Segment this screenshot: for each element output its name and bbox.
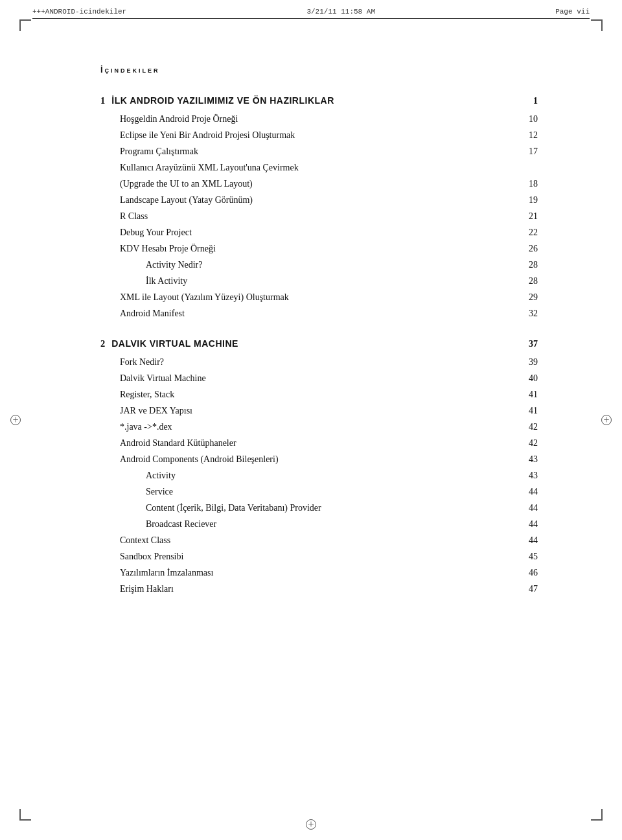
toc-page: 42 (518, 436, 538, 450)
toc-label: KDV Hesabı Proje Örneği (120, 242, 518, 255)
toc-label: Register, Stack (120, 388, 518, 401)
toc-entry: Android Standard Kütüphaneler 42 (100, 436, 538, 450)
toc-content: İçindekiler 1 İLK ANDROID YAZILIMIMIZ VE… (100, 65, 538, 600)
toc-page: 32 (518, 307, 538, 320)
toc-page: 18 (518, 177, 538, 191)
toc-label: Erişim Hakları (120, 582, 518, 596)
toc-entry: Dalvik Virtual Machine 40 (100, 371, 538, 385)
toc-page: 29 (518, 290, 538, 304)
toc-page: 44 (518, 501, 538, 515)
toc-entry: Kullanıcı Arayüzünü XML Layout'una Çevir… (100, 161, 538, 174)
chapter-2: 2 DALVIK VIRTUAL MACHINE 37 Fork Nedir? … (100, 337, 538, 596)
toc-page: 46 (518, 566, 538, 579)
toc-entry: Fork Nedir? 39 (100, 355, 538, 369)
toc-entry: Landscape Layout (Yatay Görünüm) 19 (100, 193, 538, 207)
toc-entry: Erişim Hakları 47 (100, 582, 538, 596)
chapter-1-row: 1 İLK ANDROID YAZILIMIMIZ VE ÖN HAZIRLIK… (100, 94, 538, 108)
toc-entry: Broadcast Reciever 44 (100, 517, 538, 531)
toc-label: Activity Nedir? (146, 258, 518, 272)
reg-mark-right (600, 414, 613, 426)
toc-label: Context Class (120, 533, 518, 547)
toc-entry: KDV Hesabı Proje Örneği 26 (100, 242, 538, 255)
toc-entry: Hoşgeldin Android Proje Örneği 10 (100, 112, 538, 126)
chapter-2-num: 2 (100, 337, 105, 351)
corner-mark-tl (19, 19, 31, 31)
toc-entry: Activity 43 (100, 469, 538, 482)
toc-entry: Activity Nedir? 28 (100, 258, 538, 272)
corner-mark-tr (591, 19, 603, 31)
toc-page: 41 (518, 404, 538, 417)
toc-label: JAR ve DEX Yapısı (120, 404, 518, 417)
header-middle: 3/21/11 11:58 AM (306, 8, 375, 16)
toc-page: 26 (518, 242, 538, 255)
toc-page: 39 (518, 355, 538, 369)
toc-page: 10 (518, 112, 538, 126)
toc-page: 21 (518, 209, 538, 223)
toc-entry: Service 44 (100, 485, 538, 498)
toc-entry: *.java ->*.dex 42 (100, 420, 538, 434)
toc-page: 42 (518, 420, 538, 434)
toc-label: Android Standard Kütüphaneler (120, 436, 518, 450)
chapter-2-row: 2 DALVIK VIRTUAL MACHINE 37 (100, 337, 538, 351)
toc-entry: Programı Çalıştırmak 17 (100, 145, 538, 158)
toc-label: *.java ->*.dex (120, 420, 518, 434)
toc-entry: JAR ve DEX Yapısı 41 (100, 404, 538, 417)
toc-page: 40 (518, 371, 538, 385)
toc-page: 41 (518, 388, 538, 401)
chapter-2-label: DALVIK VIRTUAL MACHINE (111, 337, 518, 351)
toc-label: Fork Nedir? (120, 355, 518, 369)
toc-page: 44 (518, 485, 538, 498)
toc-label: XML ile Layout (Yazılım Yüzeyi) Oluşturm… (120, 290, 518, 304)
page-header: +++ANDROID-icindekiler 3/21/11 11:58 AM … (32, 8, 590, 19)
chapter-1-page: 1 (518, 94, 538, 108)
chapter-1-num: 1 (100, 94, 105, 108)
toc-label: Activity (146, 469, 518, 482)
toc-label-ilk-activity: İlk Activity (146, 274, 518, 288)
toc-entry: XML ile Layout (Yazılım Yüzeyi) Oluşturm… (100, 290, 538, 304)
toc-label: Debug Your Project (120, 226, 518, 239)
toc-label: Broadcast Reciever (146, 517, 518, 531)
toc-label: Programı Çalıştırmak (120, 145, 518, 158)
chapter-1-label: İLK ANDROID YAZILIMIMIZ VE ÖN HAZIRLIKLA… (111, 94, 518, 108)
toc-page: 45 (518, 550, 538, 563)
toc-label: Android Manifest (120, 307, 518, 320)
corner-mark-br (591, 809, 603, 821)
toc-page: 19 (518, 193, 538, 207)
toc-label: R Class (120, 209, 518, 223)
toc-label: Eclipse ile Yeni Bir Android Projesi Olu… (120, 128, 518, 142)
header-left: +++ANDROID-icindekiler (32, 8, 126, 16)
toc-label: Dalvik Virtual Machine (120, 371, 518, 385)
toc-entry: (Upgrade the UI to an XML Layout) 18 (100, 177, 538, 191)
toc-page: 17 (518, 145, 538, 158)
toc-entry: Content (İçerik, Bilgi, Data Veritabanı)… (100, 501, 538, 515)
toc-entry: Context Class 44 (100, 533, 538, 547)
toc-label: Sandbox Prensibi (120, 550, 518, 563)
toc-label: Hoşgeldin Android Proje Örneği (120, 112, 518, 126)
toc-entry: R Class 21 (100, 209, 538, 223)
toc-entry: Eclipse ile Yeni Bir Android Projesi Olu… (100, 128, 538, 142)
corner-mark-bl (19, 809, 31, 821)
page: +++ANDROID-icindekiler 3/21/11 11:58 AM … (0, 0, 622, 840)
chapter-2-page: 37 (518, 337, 538, 351)
header-right: Page vii (555, 8, 590, 16)
toc-label: Kullanıcı Arayüzünü XML Layout'una Çevir… (120, 161, 518, 174)
toc-page: 43 (518, 452, 538, 466)
toc-page: 28 (518, 258, 538, 272)
toc-page: 47 (518, 582, 538, 596)
toc-label: Service (146, 485, 518, 498)
toc-label: (Upgrade the UI to an XML Layout) (120, 177, 518, 191)
toc-entry: Android Components (Android Bileşenleri)… (100, 452, 538, 466)
toc-entry: Android Manifest 32 (100, 307, 538, 320)
toc-entry: Yazılımların İmzalanması 46 (100, 566, 538, 579)
toc-entry: Register, Stack 41 (100, 388, 538, 401)
toc-page: 12 (518, 128, 538, 142)
section-title: İçindekiler (100, 65, 538, 75)
toc-entry: Sandbox Prensibi 45 (100, 550, 538, 563)
toc-page: 43 (518, 469, 538, 482)
chapter-1: 1 İLK ANDROID YAZILIMIMIZ VE ÖN HAZIRLIK… (100, 94, 538, 320)
reg-mark-left (9, 414, 22, 426)
toc-page: 44 (518, 533, 538, 547)
toc-label: Yazılımların İmzalanması (120, 566, 518, 579)
toc-label: Content (İçerik, Bilgi, Data Veritabanı)… (146, 501, 518, 515)
separator (100, 324, 538, 337)
